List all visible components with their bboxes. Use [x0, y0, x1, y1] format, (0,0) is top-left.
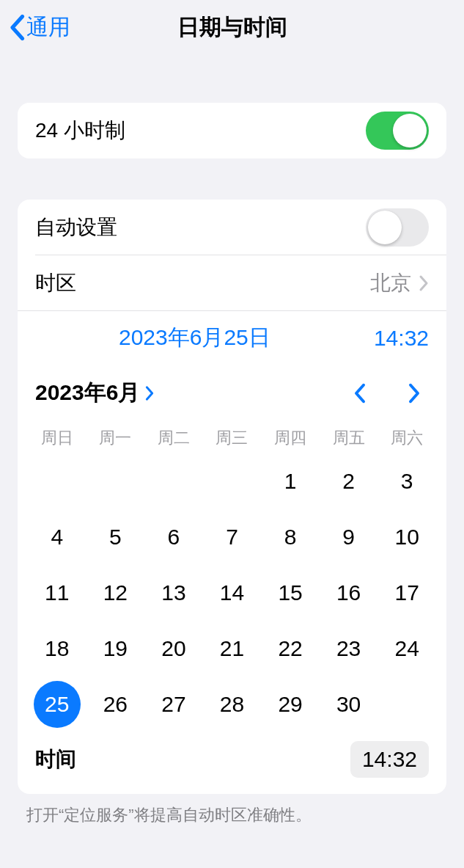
calendar-day[interactable]: 12	[86, 565, 145, 621]
calendar-day[interactable]: 6	[144, 509, 203, 565]
weekday-label: 周一	[86, 420, 145, 453]
calendar-day[interactable]: 25	[28, 676, 86, 732]
calendar-day[interactable]: 18	[28, 621, 86, 676]
calendar-day[interactable]: 9	[320, 509, 378, 565]
calendar-day[interactable]: 23	[320, 621, 378, 676]
calendar-day[interactable]: 5	[86, 509, 145, 565]
calendar-day[interactable]: 21	[203, 621, 262, 676]
calendar-day[interactable]: 7	[203, 509, 262, 565]
calendar-day	[203, 453, 262, 509]
calendar-day[interactable]: 26	[86, 676, 145, 732]
weekday-label: 周三	[203, 420, 262, 453]
calendar-day[interactable]: 1	[261, 453, 320, 509]
calendar-day	[144, 453, 203, 509]
calendar-day[interactable]: 27	[144, 676, 203, 732]
back-label: 通用	[26, 12, 70, 43]
header-bar: 通用 日期与时间	[0, 0, 464, 54]
toggle-auto-set[interactable]	[366, 208, 429, 247]
chevron-right-icon	[144, 385, 155, 401]
prev-month-button[interactable]	[345, 382, 375, 404]
back-button[interactable]: 通用	[9, 12, 70, 43]
calendar-day[interactable]: 28	[203, 676, 262, 732]
calendar-day[interactable]: 24	[378, 621, 436, 676]
weekday-label: 周日	[28, 420, 86, 453]
calendar-day[interactable]: 3	[378, 453, 436, 509]
calendar-day[interactable]: 30	[320, 676, 378, 732]
row-time: 时间 14:32	[18, 735, 446, 794]
calendar-day[interactable]: 10	[378, 509, 436, 565]
card-datetime: 自动设置 时区 北京 2023年6月25日 14:32 2023年6月	[18, 200, 446, 794]
label-24h: 24 小时制	[35, 117, 366, 145]
month-select[interactable]: 2023年6月	[35, 378, 155, 408]
chevron-left-icon	[9, 14, 25, 40]
next-month-button[interactable]	[399, 382, 429, 404]
weekday-label: 周四	[261, 420, 320, 453]
calendar: 周日 周一 周二 周三 周四 周五 周六 1234567891011121314…	[18, 415, 446, 735]
weekday-label: 周二	[144, 420, 203, 453]
calendar-day[interactable]: 4	[28, 509, 86, 565]
calendar-day[interactable]: 13	[144, 565, 203, 621]
calendar-day[interactable]: 20	[144, 621, 203, 676]
row-24h: 24 小时制	[18, 103, 446, 158]
calendar-day[interactable]: 17	[378, 565, 436, 621]
calendar-day[interactable]: 2	[320, 453, 378, 509]
month-nav: 2023年6月	[18, 360, 446, 415]
calendar-day[interactable]: 22	[261, 621, 320, 676]
weekday-label: 周五	[320, 420, 378, 453]
label-auto-set: 自动设置	[35, 214, 366, 241]
toggle-24h[interactable]	[366, 112, 429, 150]
calendar-day[interactable]: 8	[261, 509, 320, 565]
chevron-right-icon	[419, 274, 429, 292]
calendar-weekday-header: 周日 周一 周二 周三 周四 周五 周六	[28, 420, 436, 453]
value-timezone: 北京	[370, 269, 411, 297]
calendar-day	[86, 453, 145, 509]
calendar-day[interactable]: 11	[28, 565, 86, 621]
time-label: 时间	[35, 745, 350, 773]
row-auto-set: 自动设置	[18, 200, 446, 255]
month-label-text: 2023年6月	[35, 378, 140, 408]
row-date-time-buttons: 2023年6月25日 14:32	[18, 311, 446, 360]
calendar-day	[28, 453, 86, 509]
calendar-day[interactable]: 14	[203, 565, 262, 621]
calendar-day[interactable]: 16	[320, 565, 378, 621]
label-timezone: 时区	[35, 269, 370, 297]
row-timezone[interactable]: 时区 北京	[18, 255, 446, 311]
weekday-label: 周六	[378, 420, 436, 453]
footer-note: 打开“定位服务”将提高自动时区准确性。	[26, 804, 438, 827]
calendar-day[interactable]: 29	[261, 676, 320, 732]
page-title: 日期与时间	[177, 12, 287, 43]
time-picker[interactable]: 14:32	[350, 741, 429, 778]
calendar-day[interactable]: 19	[86, 621, 145, 676]
calendar-day	[378, 676, 436, 732]
time-button[interactable]: 14:32	[374, 326, 429, 351]
date-button[interactable]: 2023年6月25日	[119, 323, 270, 353]
card-24h: 24 小时制	[18, 103, 446, 158]
calendar-day[interactable]: 15	[261, 565, 320, 621]
